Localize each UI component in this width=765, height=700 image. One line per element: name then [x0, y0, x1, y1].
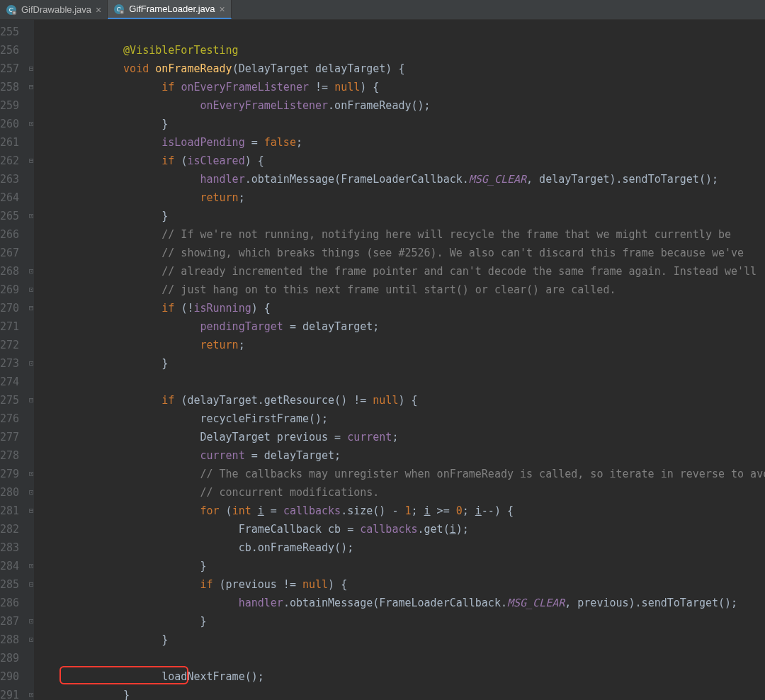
- fold-marker[interactable]: ⊡: [29, 686, 34, 700]
- code-line[interactable]: for (int i = callbacks.size() - 1; i >= …: [34, 502, 765, 520]
- fold-marker[interactable]: [29, 594, 34, 612]
- line-number: 258: [0, 78, 29, 96]
- fold-marker[interactable]: ⊡: [29, 465, 34, 483]
- code-line[interactable]: if (!isRunning) {: [34, 299, 765, 317]
- fold-marker[interactable]: ⊟: [29, 78, 34, 96]
- code-line[interactable]: }: [34, 631, 765, 649]
- fold-marker[interactable]: [29, 96, 34, 115]
- line-number: 256: [0, 41, 29, 60]
- fold-marker[interactable]: [29, 410, 34, 428]
- code-area[interactable]: @VisibleForTesting void onFrameReady(Del…: [34, 20, 765, 700]
- fold-marker[interactable]: [29, 317, 34, 336]
- code-line[interactable]: // just hang on to this next frame until…: [34, 281, 765, 299]
- code-line[interactable]: current = delayTarget;: [34, 446, 765, 465]
- code-line[interactable]: if (delayTarget.getResource() != null) {: [34, 391, 765, 410]
- fold-marker[interactable]: ⊡: [29, 557, 34, 575]
- line-number: 274: [0, 373, 29, 391]
- code-line[interactable]: if (previous != null) {: [34, 575, 765, 594]
- line-number: 255: [0, 23, 29, 41]
- code-line[interactable]: // showing, which breaks things (see #25…: [34, 244, 765, 262]
- fold-marker[interactable]: ⊡: [29, 207, 34, 225]
- line-number: 277: [0, 428, 29, 446]
- line-number: 275: [0, 391, 29, 410]
- code-line[interactable]: void onFrameReady(DelayTarget delayTarge…: [34, 60, 765, 78]
- fold-marker[interactable]: [29, 428, 34, 446]
- code-line[interactable]: // concurrent modifications.: [34, 483, 765, 502]
- fold-marker[interactable]: ⊡: [29, 115, 34, 133]
- code-line[interactable]: }: [34, 557, 765, 575]
- code-line[interactable]: onEveryFrameListener.onFrameReady();: [34, 96, 765, 115]
- code-line[interactable]: if (isCleared) {: [34, 152, 765, 170]
- fold-marker[interactable]: ⊟: [29, 575, 34, 594]
- code-line[interactable]: handler.obtainMessage(FrameLoaderCallbac…: [34, 170, 765, 188]
- code-line[interactable]: recycleFirstFrame();: [34, 410, 765, 428]
- fold-marker[interactable]: ⊟: [29, 60, 34, 78]
- code-line[interactable]: [34, 23, 765, 41]
- fold-marker[interactable]: [29, 538, 34, 557]
- line-number: 291: [0, 686, 29, 700]
- code-line[interactable]: handler.obtainMessage(FrameLoaderCallbac…: [34, 594, 765, 612]
- editor-area: 2552562572582592602612622632642652662672…: [0, 20, 765, 700]
- line-number: 284: [0, 557, 29, 575]
- fold-marker[interactable]: [29, 41, 34, 60]
- fold-marker[interactable]: ⊡: [29, 262, 34, 281]
- tab-gifdrawable[interactable]: C GifDrawable.java ×: [0, 0, 108, 19]
- code-line[interactable]: @VisibleForTesting: [34, 41, 765, 60]
- code-line[interactable]: FrameCallback cb = callbacks.get(i);: [34, 520, 765, 538]
- svg-rect-3: [13, 11, 16, 13]
- line-number: 257: [0, 60, 29, 78]
- fold-marker[interactable]: [29, 188, 34, 207]
- line-number: 261: [0, 133, 29, 152]
- line-number: 279: [0, 465, 29, 483]
- fold-marker[interactable]: ⊟: [29, 391, 34, 410]
- tab-gifframeloader[interactable]: C GifFrameLoader.java ×: [108, 0, 232, 19]
- code-line[interactable]: DelayTarget previous = current;: [34, 428, 765, 446]
- code-line[interactable]: isLoadPending = false;: [34, 133, 765, 152]
- fold-marker[interactable]: ⊟: [29, 299, 34, 317]
- code-line[interactable]: }: [34, 686, 765, 700]
- fold-marker[interactable]: ⊟: [29, 502, 34, 520]
- line-number: 276: [0, 410, 29, 428]
- fold-marker[interactable]: [29, 225, 34, 244]
- code-line[interactable]: return;: [34, 336, 765, 354]
- fold-marker[interactable]: ⊡: [29, 483, 34, 502]
- editor-tabs: C GifDrawable.java × C GifFrameLoader.ja…: [0, 0, 765, 20]
- fold-marker[interactable]: [29, 520, 34, 538]
- code-line[interactable]: [34, 373, 765, 391]
- fold-column: ⊟⊟⊡⊟⊡⊡⊡⊟⊡⊟⊡⊡⊟⊡⊟⊡⊡⊡: [29, 20, 34, 700]
- close-icon[interactable]: ×: [96, 4, 101, 16]
- fold-marker[interactable]: [29, 373, 34, 391]
- fold-marker[interactable]: [29, 446, 34, 465]
- fold-marker[interactable]: [29, 649, 34, 667]
- code-line[interactable]: }: [34, 612, 765, 631]
- fold-marker[interactable]: [29, 667, 34, 686]
- fold-marker[interactable]: ⊡: [29, 354, 34, 373]
- fold-marker[interactable]: [29, 170, 34, 188]
- code-line[interactable]: return;: [34, 188, 765, 207]
- code-line[interactable]: pendingTarget = delayTarget;: [34, 317, 765, 336]
- line-number: 289: [0, 649, 29, 667]
- fold-marker[interactable]: ⊡: [29, 281, 34, 299]
- line-number: 265: [0, 207, 29, 225]
- code-line[interactable]: }: [34, 115, 765, 133]
- fold-marker[interactable]: [29, 244, 34, 262]
- line-number: 268: [0, 262, 29, 281]
- code-line[interactable]: // The callbacks may unregister when onF…: [34, 465, 765, 483]
- line-number: 285: [0, 575, 29, 594]
- fold-marker[interactable]: ⊡: [29, 631, 34, 649]
- code-line[interactable]: [34, 649, 765, 667]
- code-line[interactable]: // already incremented the frame pointer…: [34, 262, 765, 281]
- fold-marker[interactable]: ⊟: [29, 152, 34, 170]
- code-line[interactable]: // If we're not running, notifying here …: [34, 225, 765, 244]
- fold-marker[interactable]: [29, 23, 34, 41]
- line-number: 262: [0, 152, 29, 170]
- java-file-icon: C: [113, 4, 125, 15]
- fold-marker[interactable]: ⊡: [29, 612, 34, 631]
- code-line[interactable]: }: [34, 354, 765, 373]
- code-line[interactable]: }: [34, 207, 765, 225]
- close-icon[interactable]: ×: [220, 4, 225, 15]
- code-line[interactable]: cb.onFrameReady();: [34, 538, 765, 557]
- code-line[interactable]: if onEveryFrameListener != null) {: [34, 78, 765, 96]
- fold-marker[interactable]: [29, 133, 34, 152]
- fold-marker[interactable]: [29, 336, 34, 354]
